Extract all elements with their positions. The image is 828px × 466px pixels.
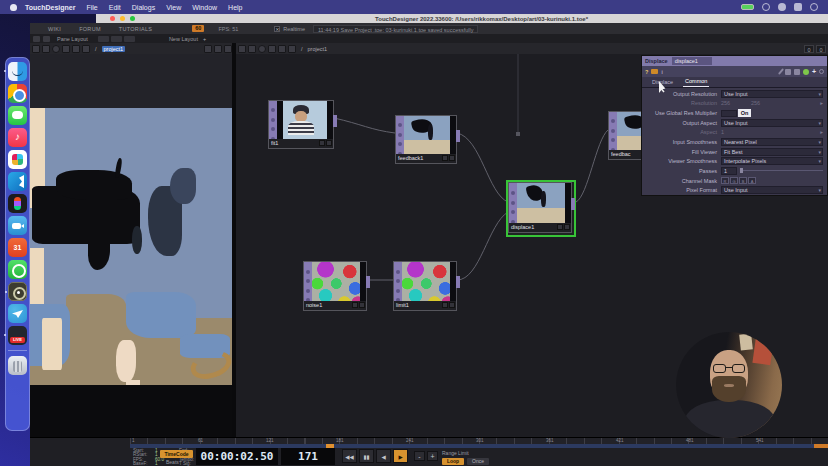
play-button[interactable]: ▶: [393, 449, 408, 463]
menu-touchdesigner[interactable]: TouchDesigner: [25, 4, 75, 11]
range-end-handle[interactable]: [814, 444, 828, 448]
node-flag-button[interactable]: [359, 302, 365, 308]
layout-save-icon[interactable]: [43, 36, 50, 42]
help-icon[interactable]: ?: [645, 69, 648, 75]
pane-close-icon[interactable]: [224, 45, 232, 53]
node-flag-button[interactable]: [442, 155, 448, 161]
net-bookmark-icon[interactable]: [288, 45, 296, 53]
language-folder-icon[interactable]: [651, 69, 658, 74]
comment-icon[interactable]: [785, 69, 791, 75]
music-icon[interactable]: ♪: [8, 128, 27, 147]
resolution-h-field[interactable]: 256: [751, 100, 781, 106]
telegram-icon[interactable]: [8, 304, 27, 323]
input-smoothness-dropdown[interactable]: Nearest Pixel▾: [721, 138, 823, 146]
pane-refresh-icon[interactable]: [52, 45, 60, 53]
pane-float-icon[interactable]: [214, 45, 222, 53]
loop-button[interactable]: Loop: [442, 458, 464, 465]
layout-preset-1[interactable]: [98, 36, 109, 42]
node-displace1[interactable]: displace1: [508, 182, 572, 233]
net-dropdown-icon[interactable]: [238, 45, 246, 53]
step-back-button[interactable]: -: [414, 451, 425, 461]
node-output-connector[interactable]: [456, 130, 460, 142]
node-flag-button[interactable]: [442, 302, 448, 308]
menu-dialogs[interactable]: Dialogs: [132, 4, 155, 11]
node-flag-button[interactable]: [557, 224, 563, 230]
once-button[interactable]: Once: [467, 458, 489, 465]
node-output-connector[interactable]: [333, 115, 337, 127]
frame-display[interactable]: 171: [281, 448, 335, 465]
timecode-mode-button[interactable]: TimeCode: [160, 450, 193, 458]
step-forward-button[interactable]: +: [427, 451, 438, 461]
apple-menu-icon[interactable]: [10, 4, 17, 11]
pane-bookmark-icon[interactable]: [82, 45, 90, 53]
battery-icon[interactable]: [741, 4, 754, 10]
menu-view[interactable]: View: [166, 4, 181, 11]
mask-g-toggle[interactable]: G: [730, 177, 738, 184]
res-mult-on-button[interactable]: On: [738, 109, 751, 117]
close-window-button[interactable]: [110, 16, 115, 21]
pane-back-icon[interactable]: [62, 45, 70, 53]
add-layout-button[interactable]: +: [203, 36, 206, 42]
menu-help[interactable]: Help: [228, 4, 242, 11]
node-flag-button[interactable]: [449, 302, 455, 308]
layout-grid-icon[interactable]: [33, 36, 40, 42]
settings-gear-icon[interactable]: [819, 69, 824, 74]
pane-maximize-icon[interactable]: [42, 45, 50, 53]
clip-icon[interactable]: [794, 69, 800, 75]
net-refresh-icon[interactable]: [258, 45, 266, 53]
top-viewer-pane[interactable]: [30, 54, 232, 437]
jump-to-start-button[interactable]: ◀◀: [342, 449, 357, 463]
menu-file[interactable]: File: [86, 4, 97, 11]
viewer-smoothness-dropdown[interactable]: Interpolate Pixels▾: [721, 157, 823, 165]
node-flag-button[interactable]: [352, 302, 358, 308]
node-output-connector[interactable]: [571, 198, 575, 210]
network-path-field[interactable]: project1: [308, 46, 328, 52]
pane-split-icon[interactable]: [204, 45, 212, 53]
wiki-link[interactable]: WIKI: [48, 26, 61, 32]
resolution-w-field[interactable]: 256: [721, 100, 751, 106]
node-output-connector[interactable]: [456, 276, 460, 288]
menu-window[interactable]: Window: [192, 4, 217, 11]
touchdesigner-icon[interactable]: [8, 282, 27, 301]
node-feedback1[interactable]: feedback1: [395, 115, 457, 164]
node-flag-button[interactable]: [326, 140, 332, 146]
control-center-icon[interactable]: [794, 3, 802, 11]
node-limit1[interactable]: limit1: [393, 261, 457, 311]
chevron-right-icon[interactable]: ▸: [820, 100, 823, 106]
info-icon[interactable]: i: [661, 69, 662, 75]
res-mult-toggle-track[interactable]: [721, 110, 737, 117]
tutorials-link[interactable]: TUTORIALS: [119, 26, 152, 32]
vscode-icon[interactable]: [8, 172, 27, 191]
trash-icon[interactable]: [8, 356, 27, 375]
fill-viewer-dropdown[interactable]: Fit Best▾: [721, 148, 823, 156]
mask-r-toggle[interactable]: R: [721, 177, 729, 184]
global-icon[interactable]: [803, 69, 809, 75]
siri-icon[interactable]: [810, 3, 818, 11]
pixel-format-dropdown[interactable]: Use Input▾: [721, 186, 823, 194]
parameter-panel-titlebar[interactable]: Displace displace1: [642, 56, 827, 66]
node-flag-button[interactable]: [449, 155, 455, 161]
tab-common[interactable]: Common: [683, 78, 709, 87]
output-aspect-dropdown[interactable]: Use Input▾: [721, 119, 823, 127]
mask-a-toggle[interactable]: A: [748, 177, 756, 184]
passes-slider[interactable]: [740, 170, 823, 171]
layout-preset-2[interactable]: [111, 36, 122, 42]
window-titlebar[interactable]: TouchDesigner 2022.33600: /Users/rikkoma…: [96, 14, 828, 23]
edit-expression-icon[interactable]: [778, 68, 784, 75]
mask-b-toggle[interactable]: B: [739, 177, 747, 184]
menu-edit[interactable]: Edit: [109, 4, 121, 11]
pane-type-dropdown-icon[interactable]: [32, 45, 40, 53]
passes-field[interactable]: 1: [721, 167, 737, 175]
display-status-icon[interactable]: [778, 3, 786, 11]
viewer-path-field[interactable]: project1: [102, 46, 126, 52]
output-resolution-dropdown[interactable]: Use Input▾: [721, 90, 823, 98]
new-layout-button[interactable]: New Layout: [169, 36, 198, 42]
aspect-field[interactable]: 1: [721, 129, 751, 135]
figma-icon[interactable]: [8, 194, 27, 213]
play-reverse-button[interactable]: ◀: [376, 449, 391, 463]
chevron-right-icon[interactable]: ▸: [820, 129, 823, 135]
target-fps-badge[interactable]: 60: [192, 25, 204, 32]
net-back-icon[interactable]: [268, 45, 276, 53]
pause-button[interactable]: ▮▮: [359, 449, 374, 463]
realtime-checkbox[interactable]: ×: [274, 26, 280, 32]
